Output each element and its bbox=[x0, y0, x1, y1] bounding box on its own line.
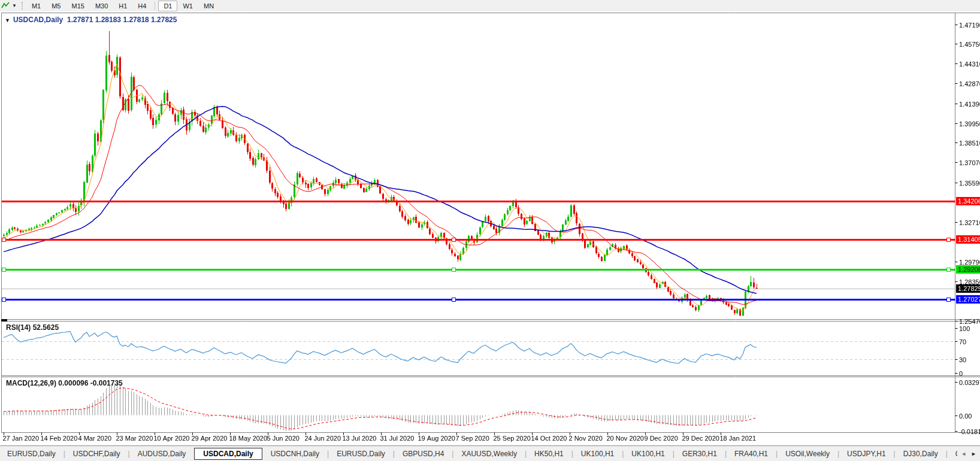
timeframe-buttons: M1M5M15M30H1H4D1W1MN bbox=[26, 1, 219, 11]
collapse-icon: ▼ bbox=[5, 17, 10, 23]
timeframe-toolbar: ▼ M1M5M15M30H1H4D1W1MN bbox=[0, 0, 980, 12]
chart-tabs: EURUSD,Daily|USDCHF,Daily|AUDUSD,DailyUS… bbox=[0, 446, 957, 461]
timeframe-button-mn[interactable]: MN bbox=[198, 1, 219, 11]
scroll-left-icon[interactable]: ◄ bbox=[961, 451, 966, 457]
tab-eurusd-daily[interactable]: EURUSD,Daily bbox=[0, 448, 63, 460]
tab-usdcad-daily[interactable]: USDCAD,Daily bbox=[194, 448, 262, 460]
timeframe-button-m15[interactable]: M15 bbox=[66, 1, 89, 11]
chart-title: ▼USDCAD,Daily 1.27871 1.28183 1.27818 1.… bbox=[5, 16, 177, 24]
timeframe-button-m30[interactable]: M30 bbox=[90, 1, 113, 11]
chart-title-symbol: USDCAD,Daily bbox=[13, 16, 63, 24]
macd-indicator-label: MACD(12,26,9) 0.000096 -0.001735 bbox=[6, 379, 123, 387]
tab-usoil-weekly[interactable]: USOil,Weekly bbox=[778, 448, 837, 460]
tab-dj30-daily[interactable]: DJ30,Daily bbox=[896, 448, 945, 460]
tab-uk100-h1[interactable]: UK100,H1 bbox=[574, 448, 621, 460]
timeframe-button-m1[interactable]: M1 bbox=[26, 1, 46, 11]
chevron-down-icon: ▼ bbox=[12, 3, 17, 8]
tab-eurusd-daily[interactable]: EURUSD,Daily bbox=[329, 448, 392, 460]
timeframe-button-h1[interactable]: H1 bbox=[113, 1, 132, 11]
tab-audusd-daily[interactable]: AUDUSD,Daily bbox=[131, 448, 193, 460]
toolbar-separator bbox=[155, 2, 155, 10]
chart-type-button[interactable]: ▼ bbox=[0, 1, 19, 10]
tab-hk50-h1[interactable]: HK50,H1 bbox=[527, 448, 571, 460]
chart-tab-bar: EURUSD,Daily|USDCHF,Daily|AUDUSD,DailyUS… bbox=[0, 445, 980, 461]
tab-gbpusd-h4[interactable]: GBPUSD,H4 bbox=[395, 448, 451, 460]
chart-title-ohlc: 1.27871 1.28183 1.27818 1.27825 bbox=[67, 16, 177, 24]
tab-xauusd-weekly[interactable]: XAUUSD,Weekly bbox=[454, 448, 524, 460]
tab-fra40-h1[interactable]: FRA40,H1 bbox=[727, 448, 775, 460]
tab-usdjpy-h1[interactable]: USDJPY,H1 bbox=[840, 448, 893, 460]
tab-usdchf-daily[interactable]: USDCHF,Daily bbox=[66, 448, 128, 460]
tab-china300-h1[interactable]: CHINA300,H1 bbox=[948, 448, 957, 460]
price-chart-canvas[interactable] bbox=[0, 11, 980, 445]
toolbar-grip[interactable] bbox=[22, 2, 23, 10]
timeframe-button-d1[interactable]: D1 bbox=[158, 1, 177, 11]
scroll-right-icon[interactable]: ► bbox=[971, 451, 976, 457]
rsi-indicator-label: RSI(14) 52.5625 bbox=[6, 323, 59, 332]
tab-ger30-h1[interactable]: GER30,H1 bbox=[675, 448, 724, 460]
tab-scroll-arrows: ◄ ► bbox=[957, 451, 980, 457]
chart-area[interactable]: ▼USDCAD,Daily 1.27871 1.28183 1.27818 1.… bbox=[0, 11, 980, 445]
tab-uk100-h1[interactable]: UK100,H1 bbox=[624, 448, 672, 460]
mt4-window: ▼ M1M5M15M30H1H4D1W1MN ▼USDCAD,Daily 1.2… bbox=[0, 0, 980, 461]
line-chart-icon bbox=[1, 1, 10, 10]
timeframe-button-w1[interactable]: W1 bbox=[177, 1, 198, 11]
timeframe-button-m5[interactable]: M5 bbox=[46, 1, 66, 11]
timeframe-button-h4[interactable]: H4 bbox=[132, 1, 152, 11]
tab-usdcnh-daily[interactable]: USDCNH,Daily bbox=[264, 448, 326, 460]
